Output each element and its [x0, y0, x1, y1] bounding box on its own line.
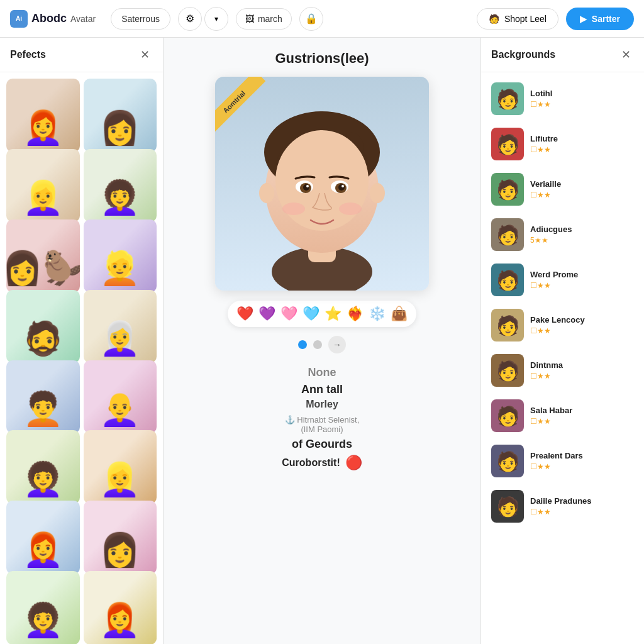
- preset-item-6[interactable]: 👱: [84, 219, 157, 293]
- bg-thumb-4: 🧑: [491, 264, 524, 296]
- presets-grid: 👩‍🦰👩👱‍♀️👩‍🦱👩‍🦫👱🧔👩‍🦳🧑‍🦱👩‍🦲👩‍🦱👱‍♀️👩‍🦰👩👩‍🦱👩…: [0, 72, 163, 644]
- bg-info-3: Adiucgues 5★★: [530, 225, 634, 245]
- emoji-item-4[interactable]: ⭐: [325, 306, 341, 322]
- header-controls: ⚙ ▾: [178, 7, 228, 31]
- preset-item-5[interactable]: 👩‍🦫: [6, 219, 80, 293]
- preset-face-11: 👩‍🦱: [6, 430, 80, 504]
- emoji-item-1[interactable]: 💜: [258, 306, 275, 322]
- bg-info-2: Veriaille ☐★★: [530, 179, 634, 199]
- preset-face-10: 👩‍🦲: [84, 360, 157, 434]
- emoji-item-5[interactable]: ❤️‍🔥: [347, 306, 364, 322]
- emoji-item-6[interactable]: ❄️: [369, 306, 386, 322]
- bg-item-3[interactable]: 🧑 Adiucgues 5★★: [487, 213, 638, 256]
- bg-name-5: Pake Lencocy: [530, 315, 634, 325]
- info-desc: ⚓ Hitrnabt Selenist,(IIM Paomi): [196, 415, 448, 434]
- preset-item-9[interactable]: 🧑‍🦱: [6, 360, 80, 434]
- bg-stars-4: ☐★★: [530, 281, 634, 290]
- bg-thumb-3: 🧑: [491, 218, 524, 251]
- preset-item-14[interactable]: 👩: [84, 501, 157, 574]
- bg-info-9: Daiile Pradunes ☐★★: [530, 496, 634, 516]
- start-button[interactable]: ▶ Sartter: [566, 8, 634, 30]
- app-logo: Ai Abodc Avatar: [10, 10, 96, 28]
- bg-item-4[interactable]: 🧑 Werd Prome ☐★★: [487, 258, 638, 301]
- settings-button[interactable]: ⚙: [178, 7, 202, 31]
- settings-icon: ⚙: [186, 13, 194, 25]
- emoji-item-7[interactable]: 👜: [391, 306, 408, 322]
- bg-thumb-8: 🧑: [491, 445, 524, 477]
- shop-label: Shopt Leel: [504, 14, 547, 24]
- presets-panel: Pefects ✕ 👩‍🦰👩👱‍♀️👩‍🦱👩‍🦫👱🧔👩‍🦳🧑‍🦱👩‍🦲👩‍🦱👱‍…: [0, 38, 164, 644]
- backgrounds-close-button[interactable]: ✕: [618, 47, 634, 63]
- preset-item-8[interactable]: 👩‍🦳: [84, 290, 157, 364]
- preset-item-16[interactable]: 👩‍🦰: [84, 571, 157, 644]
- bg-item-1[interactable]: 🧑 Lifiutre ☐★★: [487, 123, 638, 165]
- bg-stars-7: ☐★★: [530, 417, 634, 426]
- bg-thumb-0: 🧑: [491, 82, 524, 115]
- center-title: Gustrions(lee): [275, 50, 369, 67]
- preset-item-7[interactable]: 🧔: [6, 290, 80, 364]
- preset-face-15: 👩‍🦱: [6, 571, 80, 644]
- bg-name-1: Lifiutre: [530, 134, 634, 143]
- presets-close-button[interactable]: ✕: [136, 47, 153, 63]
- search-button[interactable]: 🖼 march: [236, 8, 292, 30]
- chevron-button[interactable]: ▾: [204, 7, 228, 31]
- preset-item-2[interactable]: 👩: [84, 79, 157, 152]
- bg-item-7[interactable]: 🧑 Sala Habar ☐★★: [487, 394, 638, 437]
- main-layout: Pefects ✕ 👩‍🦰👩👱‍♀️👩‍🦱👩‍🦫👱🧔👩‍🦳🧑‍🦱👩‍🦲👩‍🦱👱‍…: [0, 38, 644, 644]
- nav-next-button[interactable]: →: [328, 336, 346, 353]
- bg-item-9[interactable]: 🧑 Daiile Pradunes ☐★★: [487, 485, 638, 528]
- preset-item-12[interactable]: 👱‍♀️: [84, 430, 157, 504]
- preset-face-5: 👩‍🦫: [6, 219, 80, 293]
- preset-item-15[interactable]: 👩‍🦱: [6, 571, 80, 644]
- preset-face-8: 👩‍🦳: [84, 290, 157, 364]
- shop-icon: 🧑: [489, 14, 499, 24]
- search-icon: 🖼: [245, 14, 254, 24]
- backgrounds-list: 🧑 Lotihl ☐★★ 🧑 Lifiutre ☐★★ 🧑 Veriaille …: [481, 72, 644, 644]
- preset-item-11[interactable]: 👩‍🦱: [6, 430, 80, 504]
- preset-item-3[interactable]: 👱‍♀️: [6, 149, 80, 223]
- main-avatar[interactable]: Aomtrial: [215, 77, 429, 291]
- backgrounds-panel: Backgrounds ✕ 🧑 Lotihl ☐★★ 🧑 Lifiutre ☐★…: [480, 38, 644, 644]
- nav-button[interactable]: Saterrous: [111, 8, 170, 30]
- center-inner: Gustrions(lee) Aomtrial: [176, 50, 468, 471]
- bg-name-3: Adiucgues: [530, 225, 634, 234]
- bg-item-0[interactable]: 🧑 Lotihl ☐★★: [487, 77, 638, 120]
- bg-item-2[interactable]: 🧑 Veriaille ☐★★: [487, 168, 638, 211]
- emoji-bar: ❤️💜🩷🩵⭐❤️‍🔥❄️👜: [228, 301, 416, 327]
- bg-item-6[interactable]: 🧑 Dintnma ☐★★: [487, 349, 638, 392]
- emoji-item-0[interactable]: ❤️: [236, 306, 253, 322]
- preset-item-13[interactable]: 👩‍🦰: [6, 501, 80, 574]
- lock-button[interactable]: 🔒: [299, 7, 323, 31]
- emoji-item-2[interactable]: 🩷: [280, 306, 297, 322]
- svg-point-18: [339, 203, 362, 215]
- svg-point-14: [338, 184, 345, 191]
- shop-button[interactable]: 🧑 Shopt Leel: [477, 8, 558, 30]
- preset-item-1[interactable]: 👩‍🦰: [6, 79, 80, 152]
- bg-thumb-9: 🧑: [491, 490, 524, 523]
- info-of: of Geourds: [196, 438, 448, 451]
- preset-item-4[interactable]: 👩‍🦱: [84, 149, 157, 223]
- start-icon: ▶: [580, 14, 587, 24]
- bg-thumb-1: 🧑: [491, 128, 524, 160]
- bg-item-8[interactable]: 🧑 Prealent Dars ☐★★: [487, 440, 638, 482]
- info-sub: Morley: [196, 399, 448, 410]
- bg-name-6: Dintnma: [530, 360, 634, 370]
- preset-face-1: 👩‍🦰: [6, 79, 80, 152]
- cta-icon[interactable]: 🔴: [345, 455, 362, 471]
- nav-dot-1[interactable]: [298, 340, 307, 349]
- bg-stars-1: ☐★★: [530, 145, 634, 154]
- preset-face-4: 👩‍🦱: [84, 149, 157, 223]
- emoji-item-3[interactable]: 🩵: [303, 306, 319, 322]
- bg-name-2: Veriaille: [530, 179, 634, 189]
- preset-item-10[interactable]: 👩‍🦲: [84, 360, 157, 434]
- preset-face-2: 👩: [84, 79, 157, 152]
- bg-stars-0: ☐★★: [530, 100, 634, 109]
- nav-dot-2[interactable]: [313, 340, 322, 349]
- preset-face-16: 👩‍🦰: [84, 571, 157, 644]
- bg-info-7: Sala Habar ☐★★: [530, 406, 634, 426]
- bg-thumb-2: 🧑: [491, 173, 524, 206]
- preset-face-14: 👩: [84, 501, 157, 574]
- bg-name-4: Werd Prome: [530, 270, 634, 279]
- bg-item-5[interactable]: 🧑 Pake Lencocy ☐★★: [487, 304, 638, 347]
- logo-brand: Abodc: [31, 12, 67, 25]
